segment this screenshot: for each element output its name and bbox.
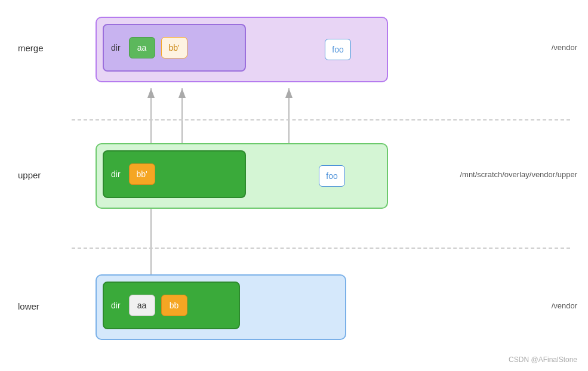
lower-layer-box: dir aa bb — [96, 274, 346, 340]
upper-bb-prime-file: bb' — [129, 163, 155, 185]
upper-dir-label: dir — [111, 169, 121, 179]
merge-dir-label: dir — [111, 43, 121, 52]
upper-label: upper — [18, 170, 41, 180]
merge-path-label: /vendor — [552, 43, 577, 52]
merge-label: merge — [18, 43, 44, 53]
lower-label: lower — [18, 301, 39, 311]
divider-2 — [72, 248, 570, 249]
lower-dir-box: dir aa bb — [103, 282, 240, 329]
lower-aa-file: aa — [129, 295, 155, 316]
merge-layer-box: dir aa bb' foo — [96, 17, 388, 82]
upper-foo-file: foo — [319, 165, 345, 187]
merge-aa-file: aa — [129, 37, 155, 58]
merge-bb-prime-file: bb' — [161, 37, 187, 58]
watermark: CSDN @AFinalStone — [509, 355, 577, 364]
upper-dir-box: dir bb' — [103, 150, 246, 198]
upper-layer-box: dir bb' foo — [96, 143, 388, 209]
lower-bb-file: bb — [161, 295, 187, 316]
divider-1 — [72, 119, 570, 120]
merge-dir-box: dir aa bb' — [103, 24, 246, 72]
upper-path-label: /mnt/scratch/overlay/vendor/upper — [460, 170, 577, 179]
diagram: merge dir aa bb' foo /vendor upper dir b… — [0, 0, 588, 371]
lower-path-label: /vendor — [552, 301, 577, 310]
merge-foo-file: foo — [325, 39, 351, 60]
lower-dir-label: dir — [111, 301, 121, 310]
